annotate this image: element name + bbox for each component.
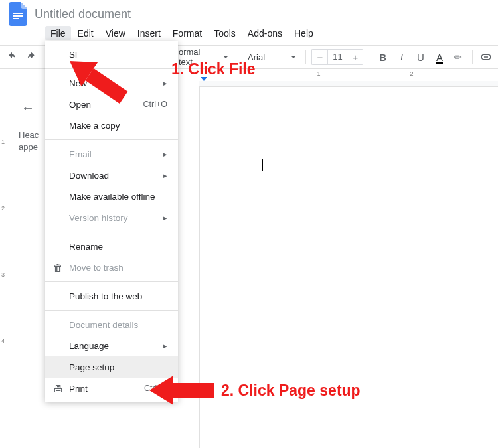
menu-insert[interactable]: Insert: [132, 26, 166, 40]
separator: [45, 281, 178, 282]
chevron-down-icon: [291, 56, 296, 58]
file-menu-email[interactable]: Email▸: [45, 143, 178, 165]
separator: [472, 50, 473, 64]
menu-format[interactable]: Format: [167, 26, 207, 40]
font-size-input[interactable]: 11: [327, 49, 347, 65]
annotation-label: 1. Click File: [171, 60, 256, 78]
svg-rect-1: [13, 15, 23, 17]
trash-icon: 🗑: [52, 262, 64, 273]
text-cursor: [262, 159, 263, 171]
file-menu-page-setup[interactable]: Page setup: [45, 356, 178, 378]
submenu-arrow-icon: ▸: [163, 214, 167, 222]
italic-button[interactable]: I: [394, 48, 410, 66]
submenu-arrow-icon: ▸: [163, 150, 167, 159]
shortcut-label: Ctrl+O: [143, 100, 167, 109]
insert-link-button[interactable]: [478, 48, 494, 66]
document-title[interactable]: Untitled document: [35, 7, 131, 21]
file-menu-make-copy[interactable]: Make a copy: [45, 115, 178, 136]
font-size-increase[interactable]: +: [347, 49, 363, 65]
docs-logo-icon[interactable]: [8, 1, 28, 27]
undo-button[interactable]: [4, 48, 20, 66]
annotation-label: 2. Click Page setup: [221, 382, 361, 400]
text-color-button[interactable]: A: [432, 48, 448, 66]
file-menu-details[interactable]: Document details: [45, 314, 178, 335]
highlight-color-button[interactable]: ✎: [450, 48, 466, 66]
file-menu-rename[interactable]: Rename: [45, 236, 178, 257]
submenu-arrow-icon: ▸: [163, 171, 167, 180]
file-menu-move-to-trash[interactable]: 🗑Move to trash: [45, 257, 178, 278]
menu-bar: File Edit View Insert Format Tools Add-o…: [45, 25, 498, 41]
file-menu-language[interactable]: Language▸: [45, 335, 178, 356]
arrow-icon: [149, 376, 214, 405]
separator: [45, 139, 178, 140]
separator: [369, 50, 369, 64]
file-menu-publish[interactable]: Publish to the web: [45, 285, 178, 307]
svg-rect-0: [13, 13, 23, 14]
annotation-click-page-setup: 2. Click Page setup: [149, 376, 361, 405]
redo-button[interactable]: [23, 48, 39, 66]
print-icon: 🖶: [52, 383, 64, 394]
outline-placeholder-text: Heac appe: [19, 129, 45, 153]
file-menu-download[interactable]: Download▸: [45, 165, 178, 186]
annotation-click-file: 1. Click File: [70, 43, 256, 78]
file-menu-offline[interactable]: Make available offline: [45, 186, 178, 207]
outline-collapse-button[interactable]: ←: [19, 98, 37, 117]
file-menu-version-history[interactable]: Version history▸: [45, 207, 178, 228]
menu-file[interactable]: File: [45, 26, 71, 40]
separator: [45, 310, 178, 311]
separator: [305, 50, 306, 64]
menu-view[interactable]: View: [100, 26, 131, 40]
submenu-arrow-icon: ▸: [163, 342, 167, 350]
menu-addons[interactable]: Add-ons: [242, 26, 288, 40]
font-size-stepper: − 11 +: [311, 49, 363, 65]
submenu-arrow-icon: ▸: [163, 79, 167, 88]
font-size-decrease[interactable]: −: [311, 49, 327, 65]
separator: [45, 232, 178, 232]
underline-button[interactable]: U: [412, 48, 428, 66]
menu-edit[interactable]: Edit: [72, 26, 99, 40]
svg-rect-2: [13, 18, 19, 19]
menu-help[interactable]: Help: [289, 26, 319, 40]
vertical-ruler: 1 2 3 4: [0, 69, 11, 448]
bold-button[interactable]: B: [374, 48, 390, 66]
menu-tools[interactable]: Tools: [208, 26, 241, 40]
